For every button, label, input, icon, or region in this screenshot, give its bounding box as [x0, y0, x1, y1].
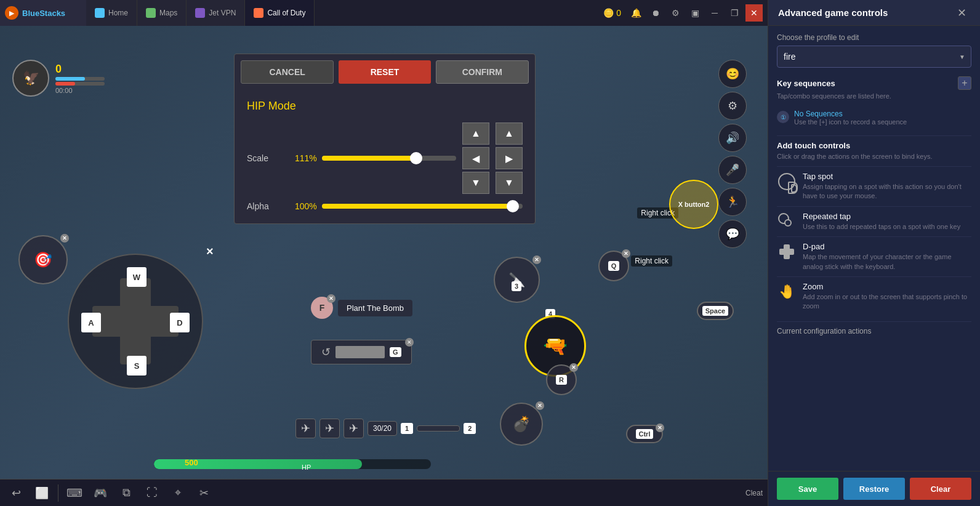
panel-content: Choose the profile to edit fire Key sequ… — [768, 26, 980, 471]
restore-button[interactable]: ❐ — [726, 4, 743, 22]
no-seq-icon: ① — [777, 111, 789, 123]
location-button[interactable]: ⌖ — [167, 482, 189, 504]
restore-button[interactable]: Restore — [843, 478, 905, 500]
q-close-icon[interactable]: ✕ — [622, 249, 630, 258]
ctrl-button[interactable]: Ctrl ✕ — [626, 425, 663, 443]
titlebar: ▶ BlueStacks Home Maps Jet VPN Call of D… — [0, 0, 768, 26]
key-sequences-title: Key sequences — [777, 79, 835, 88]
alpha-value: 100% — [295, 201, 317, 211]
q-button[interactable]: Q ✕ — [598, 251, 629, 281]
add-sequence-button[interactable]: + — [958, 76, 971, 90]
add-touch-title: Add touch controls — [777, 141, 850, 150]
tap-spot-item[interactable]: Tap spot Assign tapping on a spot with t… — [777, 166, 971, 206]
right-panel: Advanced game controls ✕ Choose the prof… — [768, 0, 980, 506]
zoom-ctrl-info: Zoom Add zoom in or out to the screen th… — [803, 282, 971, 311]
mic-button[interactable]: 🎤 — [718, 156, 747, 184]
tab-maps[interactable]: Maps — [137, 0, 187, 26]
zoom-item[interactable]: 🤚 Zoom Add zoom in or out to the screen … — [777, 276, 971, 316]
scissors-button[interactable]: ✂ — [193, 482, 215, 504]
weapon-swap-button[interactable]: ↺ G ✕ — [311, 340, 412, 364]
confirm-button[interactable]: CONFIRM — [436, 60, 529, 84]
r-button[interactable]: R ✕ — [546, 364, 577, 395]
weapon-icon-3[interactable]: ✈ — [343, 419, 364, 438]
settings-button[interactable]: ⚙ — [667, 4, 684, 22]
volume-button[interactable]: 🔊 — [718, 124, 747, 152]
space-button[interactable]: Space — [697, 302, 734, 320]
copy-button[interactable]: ⧉ — [115, 482, 137, 504]
home-button[interactable]: ⬜ — [31, 482, 53, 504]
layout-button[interactable]: ▣ — [686, 4, 704, 22]
no-seq-label: No Sequences — [794, 110, 907, 118]
panel-title: Advanced game controls — [778, 7, 888, 18]
knife-close-icon[interactable]: ✕ — [532, 255, 541, 264]
bluestacks-logo-icon: ▶ — [5, 6, 18, 20]
zoom-ctrl-name: Zoom — [803, 282, 971, 291]
plant-bomb-control[interactable]: F ✕ Plant The Bomb — [311, 297, 412, 319]
back-button[interactable]: ↩ — [5, 482, 27, 504]
home-tab-icon — [95, 8, 105, 18]
divider-2 — [777, 321, 971, 322]
dpad-item[interactable]: D-pad Map the movement of your character… — [777, 236, 971, 276]
run-button[interactable]: 🏃 — [718, 188, 747, 216]
tab-cod[interactable]: Call of Duty — [245, 0, 315, 26]
repeated-tap-desc: Use this to add repeated taps on a spot … — [803, 222, 971, 231]
rep-icon — [778, 213, 795, 230]
r-close-icon[interactable]: ✕ — [569, 363, 578, 372]
scale-left-button[interactable]: ◀ — [462, 147, 489, 169]
hip-mode-title: HIP Mode — [247, 100, 523, 113]
hp-label: HP — [302, 464, 311, 471]
add-touch-header: Add touch controls — [777, 141, 971, 150]
reset-button[interactable]: RESET — [339, 60, 430, 84]
repeated-tap-info: Repeated tap Use this to add repeated ta… — [803, 212, 971, 231]
space-key: Space — [702, 306, 728, 316]
grenade-close-icon[interactable]: ✕ — [536, 401, 544, 410]
profile-select[interactable]: fire — [777, 46, 971, 68]
dpad-ctrl-desc: Map the movement of your character or th… — [803, 252, 971, 271]
settings-game-button[interactable]: ⚙ — [718, 92, 747, 120]
weapon-icon-1[interactable]: ✈ — [295, 419, 316, 438]
save-button[interactable]: Save — [777, 478, 838, 500]
current-config-label: Current configuration actions — [777, 327, 971, 335]
panel-close-button[interactable]: ✕ — [953, 4, 970, 22]
weapon-icon-2[interactable]: ✈ — [319, 419, 340, 438]
x-button2[interactable]: X button2 — [669, 180, 718, 229]
gamepad-button[interactable]: 🎮 — [89, 482, 111, 504]
tap-spot-name: Tap spot — [803, 172, 971, 181]
emoji-button[interactable]: 😊 — [718, 60, 747, 88]
cancel-button[interactable]: CANCEL — [241, 60, 334, 84]
grenade-button[interactable]: 💣 ✕ — [500, 403, 543, 446]
profile-selector-wrap[interactable]: fire — [777, 46, 971, 68]
dir-down-button[interactable]: ▼ — [496, 172, 523, 194]
second-weapon[interactable] — [417, 425, 460, 432]
tab-vpn[interactable]: Jet VPN — [187, 0, 245, 26]
alpha-slider[interactable] — [322, 204, 523, 209]
repeated-tap-name: Repeated tap — [803, 212, 971, 221]
scale-down-button[interactable]: ▼ — [462, 172, 489, 194]
score-500: 500 — [185, 458, 198, 467]
divider-1 — [777, 135, 971, 136]
scale-slider[interactable] — [322, 156, 456, 161]
minimize-button[interactable]: ─ — [706, 4, 723, 22]
dir-right-button[interactable]: ▶ — [496, 147, 523, 169]
tab-home[interactable]: Home — [86, 0, 137, 26]
dpad[interactable]: W S A D — [68, 254, 203, 389]
hip-mode-dialog: CANCEL RESET CONFIRM HIP Mode Scale 111%… — [234, 54, 536, 224]
aim-close-icon[interactable]: ✕ — [60, 234, 69, 243]
dir-up-button[interactable]: ▲ — [496, 122, 523, 145]
no-seq-text: No Sequences Use the [+] icon to record … — [794, 110, 907, 126]
aim-button[interactable]: 🎯 ✕ — [18, 235, 68, 284]
clear-button[interactable]: Clear — [910, 478, 971, 500]
knife-button[interactable]: 🔪 ✕ — [494, 257, 540, 303]
repeated-tap-icon — [777, 212, 797, 231]
fullscreen-button[interactable]: ⛶ — [141, 482, 163, 504]
notification-button[interactable]: 🔔 — [627, 4, 645, 22]
close-button[interactable]: ✕ — [745, 4, 763, 22]
zoom-ctrl-icon: 🤚 — [777, 282, 797, 302]
chat-button[interactable]: 💬 — [718, 220, 747, 248]
record-button[interactable]: ⏺ — [647, 4, 664, 22]
scale-up-button[interactable]: ▲ — [462, 122, 489, 145]
ctrl-close-icon[interactable]: ✕ — [656, 424, 664, 432]
repeated-tap-item[interactable]: Repeated tap Use this to add repeated ta… — [777, 206, 971, 236]
key-sequences-header: Key sequences + — [777, 76, 971, 90]
keyboard-button[interactable]: ⌨ — [63, 482, 86, 504]
